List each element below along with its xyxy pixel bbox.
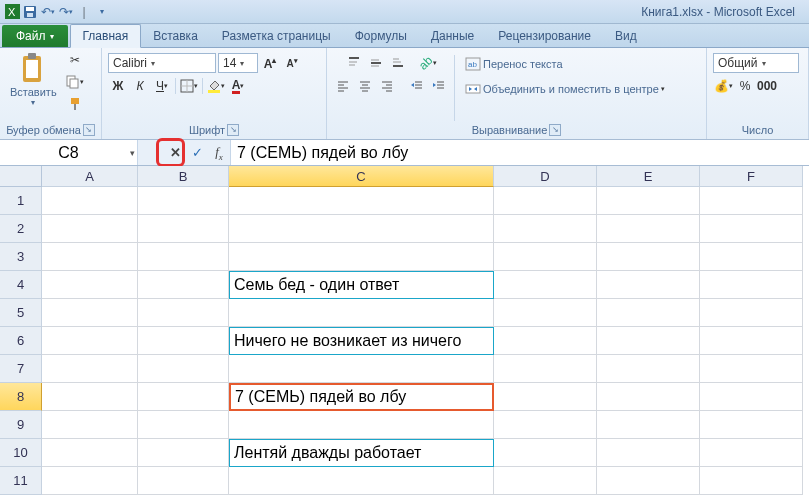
cell-F9[interactable]	[700, 411, 803, 439]
align-middle-button[interactable]	[366, 53, 386, 73]
select-all-corner[interactable]	[0, 166, 42, 187]
cell-D3[interactable]	[494, 243, 597, 271]
column-header-B[interactable]: B	[138, 166, 229, 187]
font-name-combo[interactable]: Calibri▾	[108, 53, 216, 73]
cell-C9[interactable]	[229, 411, 494, 439]
cell-D10[interactable]	[494, 439, 597, 467]
align-center-button[interactable]	[355, 76, 375, 96]
cell-B4[interactable]	[138, 271, 229, 299]
row-header-3[interactable]: 3	[0, 243, 42, 271]
cell-E1[interactable]	[597, 187, 700, 215]
align-top-button[interactable]	[344, 53, 364, 73]
cell-B5[interactable]	[138, 299, 229, 327]
row-header-7[interactable]: 7	[0, 355, 42, 383]
format-painter-button[interactable]	[65, 94, 85, 114]
tab-page-layout[interactable]: Разметка страницы	[210, 25, 343, 47]
cell-A11[interactable]	[42, 467, 138, 495]
row-header-1[interactable]: 1	[0, 187, 42, 215]
column-header-D[interactable]: D	[494, 166, 597, 187]
cell-E3[interactable]	[597, 243, 700, 271]
tab-view[interactable]: Вид	[603, 25, 649, 47]
column-header-C[interactable]: C	[229, 166, 494, 187]
comma-button[interactable]: 000	[757, 76, 777, 96]
wrap-text-button[interactable]: ab Перенос текста	[460, 53, 568, 75]
cell-D5[interactable]	[494, 299, 597, 327]
row-header-8[interactable]: 8	[0, 383, 42, 411]
cell-C1[interactable]	[229, 187, 494, 215]
shrink-font-button[interactable]: A▾	[282, 53, 302, 73]
align-right-button[interactable]	[377, 76, 397, 96]
qat-customize-icon[interactable]: ▾	[94, 4, 110, 20]
cell-A7[interactable]	[42, 355, 138, 383]
cell-E11[interactable]	[597, 467, 700, 495]
italic-button[interactable]: К	[130, 76, 150, 96]
row-header-11[interactable]: 11	[0, 467, 42, 495]
cell-B6[interactable]	[138, 327, 229, 355]
cell-C5[interactable]	[229, 299, 494, 327]
cell-B11[interactable]	[138, 467, 229, 495]
cell-A2[interactable]	[42, 215, 138, 243]
cell-F5[interactable]	[700, 299, 803, 327]
cell-D2[interactable]	[494, 215, 597, 243]
font-size-combo[interactable]: 14▾	[218, 53, 258, 73]
column-header-A[interactable]: A	[42, 166, 138, 187]
cell-F4[interactable]	[700, 271, 803, 299]
redo-icon[interactable]: ↷▾	[58, 4, 74, 20]
increase-indent-button[interactable]	[429, 76, 449, 96]
cell-A8[interactable]	[42, 383, 138, 411]
tab-insert[interactable]: Вставка	[141, 25, 210, 47]
cut-button[interactable]: ✂	[65, 50, 85, 70]
cell-D4[interactable]	[494, 271, 597, 299]
cell-E8[interactable]	[597, 383, 700, 411]
align-left-button[interactable]	[333, 76, 353, 96]
cell-C6[interactable]: Ничего не возникает из ничего	[229, 327, 494, 355]
column-header-E[interactable]: E	[597, 166, 700, 187]
orientation-button[interactable]: ab▾	[418, 53, 438, 73]
cell-E9[interactable]	[597, 411, 700, 439]
cell-C7[interactable]	[229, 355, 494, 383]
align-bottom-button[interactable]	[388, 53, 408, 73]
tab-data[interactable]: Данные	[419, 25, 486, 47]
tab-home[interactable]: Главная	[70, 24, 142, 48]
cell-B7[interactable]	[138, 355, 229, 383]
row-header-9[interactable]: 9	[0, 411, 42, 439]
cell-E10[interactable]	[597, 439, 700, 467]
cell-F2[interactable]	[700, 215, 803, 243]
undo-icon[interactable]: ↶▾	[40, 4, 56, 20]
confirm-edit-button[interactable]: ✓	[186, 140, 208, 165]
cell-F7[interactable]	[700, 355, 803, 383]
cell-F8[interactable]	[700, 383, 803, 411]
cell-B3[interactable]	[138, 243, 229, 271]
cell-A10[interactable]	[42, 439, 138, 467]
cell-C10[interactable]: Лентяй дважды работает	[229, 439, 494, 467]
column-header-F[interactable]: F	[700, 166, 803, 187]
decrease-indent-button[interactable]	[407, 76, 427, 96]
paste-button[interactable]: Вставить ▾	[6, 50, 61, 109]
cell-A3[interactable]	[42, 243, 138, 271]
underline-button[interactable]: Ч▾	[152, 76, 172, 96]
cell-F6[interactable]	[700, 327, 803, 355]
cell-F10[interactable]	[700, 439, 803, 467]
cell-A9[interactable]	[42, 411, 138, 439]
cell-D1[interactable]	[494, 187, 597, 215]
copy-button[interactable]: ▾	[65, 72, 85, 92]
cell-B10[interactable]	[138, 439, 229, 467]
cancel-edit-button[interactable]: ✕	[164, 140, 186, 165]
file-tab[interactable]: Файл ▾	[2, 25, 68, 47]
borders-button[interactable]: ▾	[179, 76, 199, 96]
cell-F3[interactable]	[700, 243, 803, 271]
dialog-launcher[interactable]: ↘	[227, 124, 239, 136]
row-header-10[interactable]: 10	[0, 439, 42, 467]
number-format-combo[interactable]: Общий▾	[713, 53, 799, 73]
dialog-launcher[interactable]: ↘	[83, 124, 95, 136]
row-header-4[interactable]: 4	[0, 271, 42, 299]
tab-review[interactable]: Рецензирование	[486, 25, 603, 47]
accounting-format-button[interactable]: 💰▾	[713, 76, 733, 96]
formula-input[interactable]: 7 (СЕМЬ) пядей во лбу	[230, 140, 809, 165]
bold-button[interactable]: Ж	[108, 76, 128, 96]
cell-B1[interactable]	[138, 187, 229, 215]
cell-C3[interactable]	[229, 243, 494, 271]
row-header-6[interactable]: 6	[0, 327, 42, 355]
cell-E2[interactable]	[597, 215, 700, 243]
name-box[interactable]: C8 ▾	[0, 140, 138, 165]
